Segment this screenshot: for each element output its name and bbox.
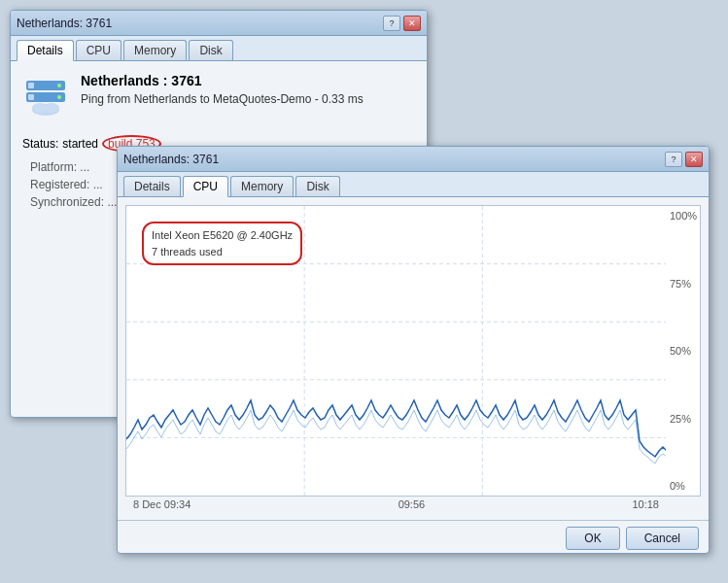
y-label-50: 50%: [670, 345, 696, 357]
help-button-2[interactable]: ?: [665, 152, 682, 167]
title-bar-background: Netherlands: 3761 ? ✕: [11, 11, 427, 36]
svg-point-4: [57, 84, 61, 87]
tab-details-1[interactable]: Details: [17, 40, 74, 61]
server-details: Netherlands : 3761 Ping from Netherlands…: [81, 73, 364, 106]
cancel-button[interactable]: Cancel: [626, 527, 699, 550]
server-ping: Ping from Netherlands to MetaQuotes-Demo…: [81, 92, 364, 106]
x-label-start: 8 Dec 09:34: [133, 498, 191, 510]
y-label-75: 75%: [670, 278, 696, 290]
tab-cpu-2[interactable]: CPU: [183, 176, 228, 197]
tab-disk-2[interactable]: Disk: [295, 176, 339, 196]
window2-title: Netherlands: 3761: [123, 153, 219, 166]
x-label-end: 10:18: [632, 498, 659, 510]
title-bar-controls-2: ? ✕: [665, 152, 703, 167]
cpu-chart-area: Intel Xeon E5620 @ 2.40GHz 7 threads use…: [125, 205, 701, 497]
y-label-25: 25%: [670, 413, 696, 425]
cpu-info-box: Intel Xeon E5620 @ 2.40GHz 7 threads use…: [142, 222, 302, 265]
status-value: started: [62, 137, 98, 151]
window1-title: Netherlands: 3761: [17, 17, 112, 30]
close-button-1[interactable]: ✕: [403, 16, 421, 31]
svg-rect-3: [28, 94, 34, 100]
y-axis-labels: 100% 75% 50% 25% 0%: [666, 206, 700, 496]
tab-cpu-1[interactable]: CPU: [76, 40, 121, 60]
cpu-line1: Intel Xeon E5620 @ 2.40GHz: [152, 227, 293, 244]
svg-point-8: [44, 103, 59, 113]
chart-inner: Intel Xeon E5620 @ 2.40GHz 7 threads use…: [126, 206, 700, 496]
status-label: Status:: [22, 137, 58, 151]
title-bar-foreground: Netherlands: 3761 ? ✕: [118, 147, 709, 172]
x-label-mid: 09:56: [399, 498, 426, 510]
server-title: Netherlands : 3761: [81, 73, 364, 88]
tab-memory-2[interactable]: Memory: [230, 176, 294, 196]
tab-memory-1[interactable]: Memory: [123, 40, 187, 60]
cpu-line2: 7 threads used: [152, 244, 293, 260]
ok-button[interactable]: OK: [566, 527, 619, 550]
close-button-2[interactable]: ✕: [685, 152, 703, 167]
window2-body: Intel Xeon E5620 @ 2.40GHz 7 threads use…: [118, 197, 709, 520]
title-bar-controls-1: ? ✕: [383, 16, 421, 31]
tabs-1: Details CPU Memory Disk: [11, 36, 427, 61]
tabs-2: Details CPU Memory Disk: [118, 172, 709, 197]
help-button-1[interactable]: ?: [383, 16, 400, 31]
server-info: Netherlands : 3761 Ping from Netherlands…: [22, 73, 415, 120]
y-label-0: 0%: [670, 480, 696, 492]
tab-disk-1[interactable]: Disk: [189, 40, 232, 60]
server-icon: [22, 73, 69, 120]
dialog-buttons: OK Cancel: [118, 520, 709, 556]
svg-point-5: [57, 95, 61, 99]
window-foreground: Netherlands: 3761 ? ✕ Details CPU Memory…: [117, 146, 710, 554]
x-axis-labels: 8 Dec 09:34 09:56 10:18: [125, 497, 667, 512]
y-label-100: 100%: [670, 210, 696, 222]
svg-rect-2: [28, 83, 34, 88]
tab-details-2[interactable]: Details: [123, 176, 181, 196]
